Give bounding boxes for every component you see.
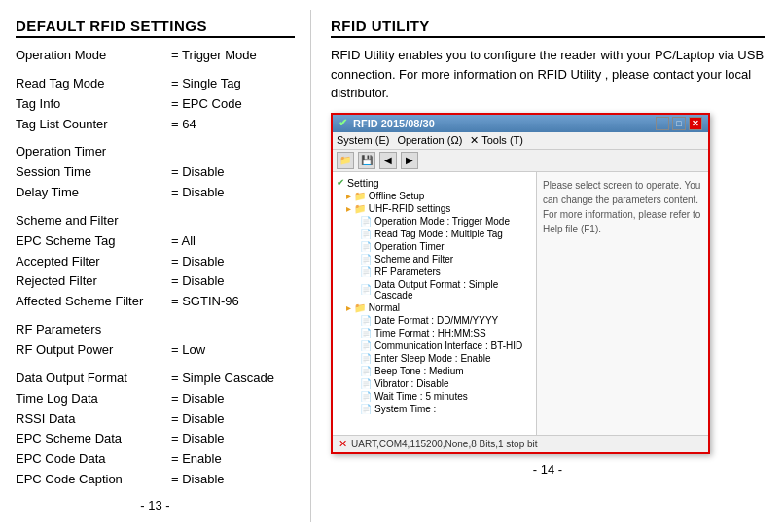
setting-value: = Disable [171, 252, 295, 272]
tree-item-label: UHF-RFID settings [369, 203, 450, 214]
file-icon: 📄 [360, 378, 372, 389]
rfid-description: RFID Utility enables you to configure th… [331, 46, 765, 103]
left-title: DEFAULT RFID SETTINGS [16, 18, 295, 38]
tree-item[interactable]: ▸ 📁UHF-RFID settings [333, 202, 536, 215]
setting-value: = Simple Cascade [171, 369, 295, 389]
maximize-button[interactable]: □ [672, 117, 686, 130]
menu-system[interactable]: System (E) [337, 134, 389, 147]
tree-item[interactable]: 📄Operation Mode : Trigger Mode [333, 215, 536, 228]
setting-value [171, 142, 295, 162]
menu-tools[interactable]: ✕ Tools (T) [470, 134, 523, 147]
toolbar-back-icon[interactable]: ◀ [379, 152, 397, 169]
setting-value: = Trigger Mode [171, 46, 295, 66]
rfid-check-icon: ✔ [339, 117, 347, 129]
setting-value: = Disable [171, 183, 295, 203]
folder-icon: ▸ 📁 [346, 203, 366, 214]
toolbar-save-icon[interactable]: 💾 [358, 152, 375, 169]
file-icon: 📄 [360, 391, 372, 402]
right-title: RFID UTILITY [331, 18, 765, 38]
file-icon: 📄 [360, 353, 372, 364]
file-icon: 📄 [360, 340, 372, 351]
tree-item[interactable]: 📄Data Output Format : Simple Cascade [333, 278, 536, 301]
tree-item[interactable]: 📄RF Parameters [333, 266, 536, 278]
rfid-tree[interactable]: ✔ Setting ▸ 📁Offline Setup▸ 📁UHF-RFID se… [333, 172, 537, 435]
tree-item[interactable]: 📄Time Format : HH:MM:SS [333, 327, 536, 339]
tree-item-label: Communication Interface : BT-HID [374, 340, 522, 351]
folder-icon: ▸ 📁 [346, 191, 366, 201]
setting-label: EPC Scheme Data [16, 429, 171, 449]
tree-item-label: System Time : [374, 404, 436, 414]
setting-label: Session Time [16, 162, 171, 183]
rfid-utility-window: ✔ RFID 2015/08/30 ─ □ ✕ System (E) Opera… [331, 113, 710, 454]
toolbar-folder-icon[interactable]: 📁 [337, 152, 354, 169]
tree-item-label: Offline Setup [369, 191, 425, 201]
setting-value: = Enable [171, 449, 295, 470]
tree-item[interactable]: ▸ 📁Normal [333, 301, 536, 314]
rfid-titlebar-controls: ─ □ ✕ [656, 117, 702, 130]
tree-item[interactable]: 📄Read Tag Mode : Multiple Tag [333, 228, 536, 240]
tree-item-label: Time Format : HH:MM:SS [374, 328, 486, 338]
setting-label: Rejected Filter [16, 271, 171, 292]
tree-item[interactable]: 📄System Time : [333, 403, 536, 415]
toolbar-fwd-icon[interactable]: ▶ [401, 152, 418, 169]
file-icon: 📄 [360, 284, 372, 295]
setting-label: Affected Scheme Filter [16, 292, 171, 312]
close-button[interactable]: ✕ [689, 117, 702, 130]
setting-value: = Disable [171, 389, 295, 409]
tree-item[interactable]: 📄Scheme and Filter [333, 253, 536, 266]
tree-item[interactable]: 📄Communication Interface : BT-HID [333, 339, 536, 352]
file-icon: 📄 [360, 229, 372, 239]
tree-item-label: Data Output Format : Simple Cascade [374, 279, 532, 301]
tree-item-label: Normal [369, 302, 400, 313]
setting-value: = Low [171, 340, 295, 361]
setting-label: EPC Scheme Tag [16, 231, 171, 252]
setting-value: = 64 [171, 115, 295, 135]
tree-item[interactable]: 📄Beep Tone : Medium [333, 365, 536, 377]
tree-item[interactable]: 📄Enter Sleep Mode : Enable [333, 352, 536, 365]
setting-label: Read Tag Mode [16, 74, 171, 94]
file-icon: 📄 [360, 404, 372, 414]
tree-item-label: Operation Mode : Trigger Mode [374, 216, 510, 227]
tree-item[interactable]: 📄Wait Time : 5 minutes [333, 390, 536, 403]
setting-label: Tag Info [16, 94, 171, 115]
rfid-info-panel: Please select screen to operate. You can… [537, 172, 708, 435]
tree-item[interactable]: 📄Operation Timer [333, 240, 536, 253]
tree-item-label: Wait Time : 5 minutes [374, 391, 468, 402]
setting-value [171, 320, 295, 340]
file-icon: 📄 [360, 266, 372, 277]
setting-label: RF Output Power [16, 340, 171, 361]
file-icon: 📄 [360, 216, 372, 227]
settings-table: Operation Mode = Trigger Mode Read Tag M… [16, 46, 295, 490]
tree-item-label: RF Parameters [374, 266, 441, 277]
tree-item-label: Read Tag Mode : Multiple Tag [374, 229, 503, 239]
menu-operation[interactable]: Operation (Ω) [397, 134, 462, 147]
setting-value: = Disable [171, 429, 295, 449]
setting-label: Operation Timer [16, 142, 171, 162]
file-icon: 📄 [360, 254, 372, 265]
tree-item-label: Operation Timer [374, 241, 445, 252]
tree-item-label: Date Format : DD/MM/YYYY [374, 315, 498, 326]
tree-setting-label[interactable]: ✔ Setting [333, 176, 536, 190]
setting-label: Data Output Format [16, 369, 171, 389]
status-error-icon: ✕ [339, 438, 347, 450]
setting-label: RF Parameters [16, 320, 171, 340]
setting-value: = Single Tag [171, 74, 295, 94]
tree-item[interactable]: 📄Date Format : DD/MM/YYYY [333, 314, 536, 327]
tree-item-label: Vibrator : Disable [374, 378, 449, 389]
tree-item[interactable]: ▸ 📁Offline Setup [333, 190, 536, 202]
setting-value: = Disable [171, 470, 295, 490]
right-page-num: - 14 - [331, 462, 765, 477]
setting-label: Accepted Filter [16, 252, 171, 272]
setting-label: RSSI Data [16, 409, 171, 430]
file-icon: 📄 [360, 366, 372, 376]
rfid-toolbar: 📁 💾 ◀ ▶ [333, 150, 708, 172]
left-column: DEFAULT RFID SETTINGS Operation Mode = T… [0, 10, 311, 522]
left-page-num: - 13 - [16, 498, 295, 513]
setting-label: EPC Code Caption [16, 470, 171, 490]
rfid-panel-text: Please select screen to operate. You can… [543, 180, 700, 234]
tree-item[interactable]: 📄Vibrator : Disable [333, 377, 536, 390]
minimize-button[interactable]: ─ [656, 117, 669, 130]
setting-label: Delay Time [16, 183, 171, 203]
folder-icon: ▸ 📁 [346, 302, 366, 313]
file-icon: 📄 [360, 328, 372, 338]
